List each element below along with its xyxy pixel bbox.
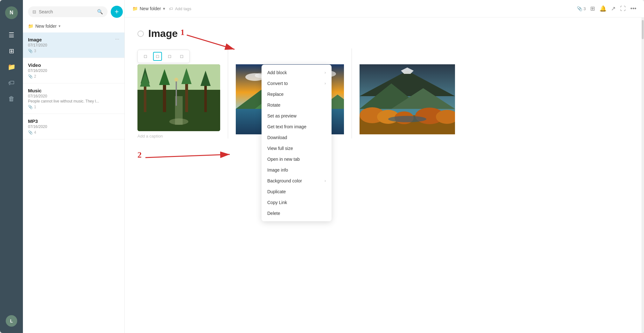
grid-view-icon[interactable]: ⊞ bbox=[590, 5, 595, 12]
folder-name: New folder bbox=[35, 24, 57, 29]
attach-count-header: 📎 3 bbox=[577, 6, 586, 11]
ctx-rotate[interactable]: Rotate bbox=[262, 100, 332, 110]
file-item-video[interactable]: Video 07/16/2020 📎 2 bbox=[23, 58, 124, 83]
img-divider-2 bbox=[352, 48, 352, 138]
image-toolbar: □ □ □ □ bbox=[137, 50, 190, 63]
ctx-delete-label: Delete bbox=[267, 211, 280, 216]
ctx-replace-label: Replace bbox=[267, 92, 284, 97]
ctx-image-info[interactable]: Image info bbox=[262, 165, 332, 175]
breadcrumb[interactable]: 📁 New folder ▾ bbox=[132, 6, 165, 11]
file-name-mp3: MP3 bbox=[28, 118, 119, 124]
ctx-convert-to[interactable]: Convert to › bbox=[262, 78, 332, 89]
toolbar-align-right[interactable]: □ bbox=[165, 52, 174, 61]
notification-icon[interactable]: 🔔 bbox=[599, 5, 606, 12]
app-window: N ☰ ⊞ 📁 🏷 🗑 L ⊟ 🔍 + 📁 New folder ▾ ··· I… bbox=[0, 0, 644, 333]
breadcrumb-chevron: ▾ bbox=[163, 6, 165, 11]
attach-count-music: 1 bbox=[34, 105, 36, 109]
file-attach-music: 📎 1 bbox=[28, 105, 119, 109]
filter-icon: ⊟ bbox=[32, 9, 36, 14]
ctx-duplicate[interactable]: Duplicate bbox=[262, 186, 332, 197]
search-bar[interactable]: ⊟ 🔍 bbox=[28, 6, 108, 17]
folder-chevron: ▾ bbox=[59, 24, 60, 28]
tag-icon: 🏷 bbox=[169, 6, 173, 11]
attach-count-badge: 3 bbox=[584, 6, 586, 11]
folder-label[interactable]: 📁 New folder ▾ bbox=[23, 21, 124, 32]
ctx-replace[interactable]: Replace bbox=[262, 89, 332, 100]
ctx-view-full[interactable]: View full size bbox=[262, 143, 332, 154]
ctx-image-info-label: Image info bbox=[267, 167, 288, 173]
context-menu: Add block › Convert to › Replace Rotate … bbox=[262, 65, 332, 221]
user-avatar-top[interactable]: N bbox=[5, 6, 18, 19]
ctx-open-tab[interactable]: Open in new tab bbox=[262, 154, 332, 165]
user-avatar-bottom[interactable]: L bbox=[6, 315, 17, 327]
ctx-open-tab-label: Open in new tab bbox=[267, 157, 300, 162]
ctx-get-text-label: Get text from image bbox=[267, 124, 306, 129]
toolbar-expand[interactable]: □ bbox=[177, 52, 186, 61]
file-date-mp3: 07/16/2020 bbox=[28, 124, 119, 129]
page-title-area: Image bbox=[137, 28, 631, 39]
ctx-delete[interactable]: Delete bbox=[262, 208, 332, 219]
annotation-2-label: 2 bbox=[137, 150, 142, 159]
img-caption-1: Add a caption bbox=[137, 134, 163, 138]
ctx-bg-color-label: Background color bbox=[267, 178, 302, 183]
sidebar-tag-icon[interactable]: 🏷 bbox=[4, 76, 18, 90]
title-circle bbox=[137, 31, 144, 37]
file-item-image[interactable]: ··· Image 07/17/2020 📎 3 bbox=[23, 32, 124, 58]
svg-point-14 bbox=[174, 78, 178, 81]
file-attach-mp3: 📎 4 bbox=[28, 130, 119, 135]
ctx-download[interactable]: Download bbox=[262, 132, 332, 143]
breadcrumb-folder-icon: 📁 bbox=[132, 6, 138, 11]
header-actions: 📎 3 ⊞ 🔔 ↗ ⛶ ••• bbox=[577, 5, 636, 12]
attach-count-mp3: 4 bbox=[34, 130, 36, 135]
folder-icon-small: 📁 bbox=[28, 24, 33, 29]
file-list-panel: ⊟ 🔍 + 📁 New folder ▾ ··· Image 07/17/202… bbox=[23, 0, 125, 333]
ctx-bg-color[interactable]: Background color › bbox=[262, 175, 332, 186]
file-desc-music: People cannot live without music. They l… bbox=[28, 99, 111, 103]
file-date-video: 07/16/2020 bbox=[28, 68, 119, 73]
add-tags-button[interactable]: 🏷 Add tags bbox=[169, 6, 191, 11]
ctx-add-block-arrow: › bbox=[325, 70, 326, 75]
more-btn-image[interactable]: ··· bbox=[115, 36, 119, 42]
sidebar-folder-icon[interactable]: 📁 bbox=[4, 60, 18, 74]
ctx-get-text[interactable]: Get text from image bbox=[262, 121, 332, 132]
file-item-mp3[interactable]: MP3 07/16/2020 📎 4 bbox=[23, 114, 124, 139]
search-input[interactable] bbox=[39, 9, 94, 14]
share-icon[interactable]: ↗ bbox=[611, 5, 616, 12]
sidebar-trash-icon[interactable]: 🗑 bbox=[4, 92, 18, 106]
ctx-copy-link[interactable]: Copy Link bbox=[262, 197, 332, 208]
more-options-icon[interactable]: ••• bbox=[630, 5, 636, 12]
add-button[interactable]: + bbox=[111, 6, 123, 18]
ctx-copy-link-label: Copy Link bbox=[267, 200, 287, 205]
search-icon: 🔍 bbox=[97, 9, 103, 15]
attach-count-image: 3 bbox=[34, 49, 36, 53]
attach-icon-header: 📎 bbox=[577, 6, 582, 11]
sidebar-menu-icon[interactable]: ☰ bbox=[4, 28, 18, 42]
attach-icon-video: 📎 bbox=[28, 74, 33, 79]
ctx-convert-to-arrow: › bbox=[325, 81, 326, 86]
toolbar-align-left[interactable]: □ bbox=[141, 52, 150, 61]
attach-icon-music: 📎 bbox=[28, 105, 33, 109]
file-list-header: ⊟ 🔍 + bbox=[23, 0, 124, 21]
fullscreen-icon[interactable]: ⛶ bbox=[620, 5, 626, 12]
toolbar-align-center[interactable]: □ bbox=[153, 52, 162, 61]
ctx-set-preview[interactable]: Set as preview bbox=[262, 110, 332, 121]
add-tags-label: Add tags bbox=[175, 6, 191, 11]
main-content: 📁 New folder ▾ 🏷 Add tags 📎 3 ⊞ 🔔 ↗ ⛶ ••… bbox=[125, 0, 644, 333]
image-forest[interactable] bbox=[137, 64, 220, 131]
image-col-3 bbox=[360, 64, 455, 134]
scrollbar-track bbox=[641, 18, 644, 333]
image-mountain[interactable] bbox=[360, 64, 455, 134]
svg-point-42 bbox=[388, 116, 426, 122]
img-divider-1 bbox=[228, 48, 228, 138]
attach-icon-image: 📎 bbox=[28, 49, 33, 53]
file-attach-video: 📎 2 bbox=[28, 74, 119, 79]
file-attach-image: 📎 3 bbox=[28, 49, 119, 53]
file-item-music[interactable]: Music 07/16/2020 People cannot live with… bbox=[23, 83, 124, 114]
ctx-convert-to-label: Convert to bbox=[267, 81, 288, 86]
scrollbar-thumb[interactable] bbox=[642, 20, 644, 39]
ctx-add-block[interactable]: Add block › bbox=[262, 67, 332, 78]
file-date-image: 07/17/2020 bbox=[28, 43, 119, 47]
file-date-music: 07/16/2020 bbox=[28, 94, 119, 98]
sidebar-grid-icon[interactable]: ⊞ bbox=[4, 44, 18, 58]
page-title: Image bbox=[148, 28, 178, 39]
